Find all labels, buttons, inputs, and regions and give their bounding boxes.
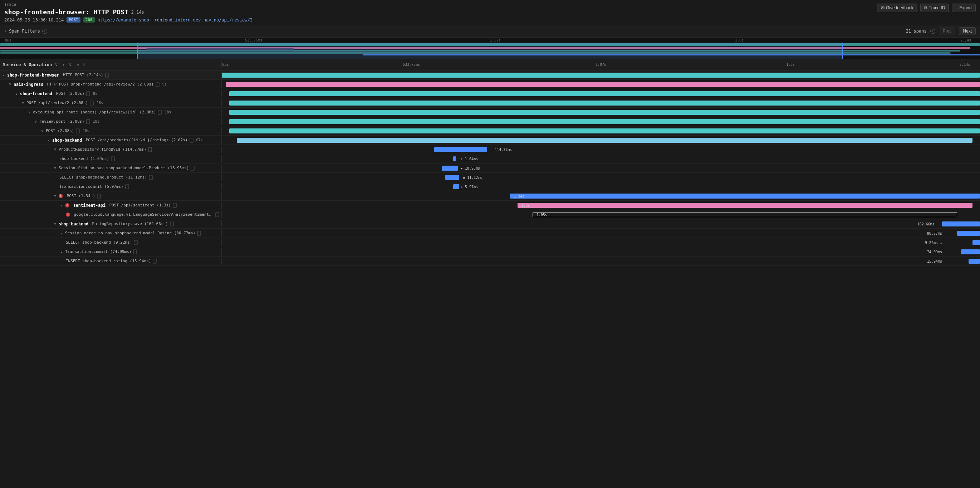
svg-rect-18 xyxy=(216,212,219,217)
minimap-tick-1: 533.75ms xyxy=(245,38,262,42)
collapse-icon[interactable]: ∨ xyxy=(53,222,57,226)
pause-icon: ⏸ xyxy=(82,62,86,67)
minimap-tick-3: 1.6s xyxy=(735,38,744,42)
span-row[interactable]: ∨ review.post (2.08s) 18s xyxy=(0,117,980,126)
doc-icon xyxy=(105,73,110,78)
spans-info-icon[interactable]: i xyxy=(930,29,935,33)
timeline-tick-0: 0μs xyxy=(223,62,229,67)
expand-icon: › xyxy=(4,29,7,33)
expand-btn[interactable]: › xyxy=(61,61,65,68)
feedback-icon: ✉ xyxy=(881,5,885,10)
doc-icon xyxy=(197,231,202,236)
collapse-icon[interactable]: ∨ xyxy=(33,120,38,124)
span-row[interactable]: ∨ ProductRepository.findById (114.77ms) … xyxy=(0,145,980,154)
doc-icon xyxy=(111,156,116,161)
collapse-icon[interactable]: ∨ xyxy=(8,82,12,86)
collapse-all-btn[interactable]: ∨ xyxy=(53,61,60,68)
doc-icon xyxy=(148,147,153,152)
timeline-tick-4: 2.14s xyxy=(959,62,970,67)
doc-icon xyxy=(133,249,138,254)
collapse-icon[interactable]: ∨ xyxy=(46,138,51,142)
trace-date: 2024-05-26 13:06:10.214 xyxy=(4,18,64,22)
collapse-icon[interactable]: ∨ xyxy=(59,250,64,254)
trace-table: Service & Operation ∨ › ∨ » ⏸ 0μs 533.75… xyxy=(0,59,980,266)
collapse-icon[interactable]: ∨ xyxy=(14,92,19,96)
minimap-tick-4: 2.14s xyxy=(960,38,971,42)
svg-rect-8 xyxy=(87,120,90,124)
span-row[interactable]: shop-backend (1.64ms) ↑ 1.64ms xyxy=(0,154,980,164)
span-row[interactable]: ∨ POST (2.08s) 18s xyxy=(0,126,980,136)
svg-rect-6 xyxy=(90,101,93,105)
collapse-icon[interactable]: ∨ xyxy=(21,101,25,105)
svg-rect-14 xyxy=(149,175,153,180)
timeline-tick-2: 1.07s xyxy=(595,62,606,67)
export-button[interactable]: ↓ Export xyxy=(952,3,976,12)
doc-icon xyxy=(86,119,91,124)
span-row[interactable]: ∨ Session.merge no.nav.shopbackend.model… xyxy=(0,229,980,238)
span-row[interactable]: ∨ shop-backend POST /api/products/{id:\d… xyxy=(0,136,980,145)
minimap-highlight[interactable] xyxy=(137,43,843,59)
svg-rect-4 xyxy=(156,82,159,86)
svg-rect-10 xyxy=(190,138,193,142)
collapse-icon[interactable]: ∨ xyxy=(53,147,57,152)
doc-icon xyxy=(170,222,175,226)
duration-badge: 2.14s xyxy=(131,10,144,15)
collapse-icon[interactable]: ∨ xyxy=(2,73,6,77)
give-feedback-button[interactable]: ✉ Give feedback xyxy=(877,3,917,12)
trace-id-icon: ⧉ xyxy=(924,5,928,10)
method-badge: POST xyxy=(67,17,81,22)
svg-rect-21 xyxy=(134,241,137,245)
span-row[interactable]: ∨ nais-ingress HTTP POST shop-frontend /… xyxy=(0,80,980,89)
doc-icon xyxy=(97,193,102,199)
spans-count: 21 spans xyxy=(906,29,927,33)
span-row[interactable]: SELECT shop-backend.product (11.12ms) ▪ … xyxy=(0,173,980,182)
collapse-icon[interactable]: ∨ xyxy=(59,203,64,207)
timeline-tick-3: 1.6s xyxy=(786,62,795,67)
doc-icon xyxy=(158,110,162,115)
span-row[interactable]: INSERT shop-backend.rating (15.94ms) 15.… xyxy=(0,257,980,266)
svg-rect-23 xyxy=(153,259,156,263)
doc-icon xyxy=(148,175,153,180)
span-row[interactable]: ∨ shop-frontend POST (2.08s) 8s xyxy=(0,89,980,98)
collapse-icon[interactable]: ∨ xyxy=(27,110,32,115)
collapse-icon[interactable]: ∨ xyxy=(59,231,64,235)
trace-url: https://example-shop-frontend.intern.dev… xyxy=(98,18,253,22)
status-badge: 200 xyxy=(83,17,95,22)
span-row[interactable]: ∨ POST /api/review/2 (2.08s) 18s xyxy=(0,98,980,108)
minimap-tick-2: 1.07s xyxy=(490,38,501,42)
minimap: 0μs 533.75ms 1.07s 1.6s 2.14s xyxy=(0,38,980,59)
doc-icon xyxy=(190,166,195,171)
collapse-btn[interactable]: ∨ xyxy=(67,61,74,68)
svg-rect-17 xyxy=(173,203,176,207)
svg-rect-19 xyxy=(170,222,173,226)
trace-id-button[interactable]: ⧉ Trace ID xyxy=(920,3,949,12)
span-row[interactable]: Transaction.commit (5.97ms) ↓ 5.97ms xyxy=(0,182,980,191)
doc-icon xyxy=(153,259,158,264)
doc-icon xyxy=(155,82,160,87)
doc-icon xyxy=(75,128,81,134)
svg-rect-22 xyxy=(134,250,137,254)
span-row[interactable]: ∨ shop-frontend-browser HTTP POST (2.14s… xyxy=(0,70,980,80)
collapse-icon[interactable]: ∨ xyxy=(53,166,57,170)
span-row[interactable]: ∨ Transaction.commit (74.09ms) 74.09ms xyxy=(0,247,980,257)
error-icon: ! xyxy=(66,212,70,217)
prev-button[interactable]: Prev xyxy=(939,27,956,35)
span-row[interactable]: ∨ Session.find no.nav.shopbackend.model.… xyxy=(0,164,980,173)
span-row[interactable]: ∨ ! POST (1.34s) 1.34s xyxy=(0,191,980,201)
svg-rect-5 xyxy=(87,92,90,96)
error-icon: ! xyxy=(59,194,63,198)
span-row[interactable]: ∨ ! sentiment-api POST /api/sentiment (1… xyxy=(0,201,980,210)
trace-label: Trace xyxy=(4,2,976,7)
span-row[interactable]: ! google.cloud.language.v1.LanguageServi… xyxy=(0,210,980,219)
span-row[interactable]: ∨ executing api route (pages) /api/revie… xyxy=(0,108,980,117)
expand-all-btn[interactable]: » xyxy=(75,61,81,68)
next-button[interactable]: Next xyxy=(959,27,976,35)
filters-info-icon[interactable]: i xyxy=(42,29,47,33)
collapse-icon[interactable]: ∨ xyxy=(40,129,45,133)
export-icon: ↓ xyxy=(956,5,958,10)
collapse-icon[interactable]: ∨ xyxy=(53,194,57,198)
span-row[interactable]: SELECT shop-backend (9.22ms) 9.22ms ↓ xyxy=(0,238,980,247)
span-row[interactable]: ∨ shop-backend RatingRepository.save (16… xyxy=(0,219,980,229)
svg-rect-15 xyxy=(126,185,129,189)
svg-rect-13 xyxy=(191,166,194,170)
